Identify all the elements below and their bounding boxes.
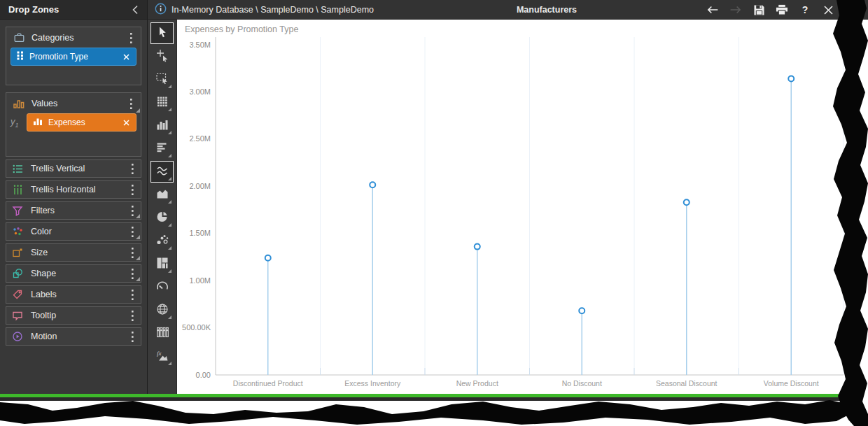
zone-menu-icon[interactable]: [130, 246, 136, 260]
expenses-pill[interactable]: Expenses: [27, 113, 136, 132]
values-row: y1 Expenses: [10, 113, 137, 132]
dashboard-title: Manufacturers: [449, 0, 645, 20]
drop-zone-shape[interactable]: Shape: [6, 264, 141, 283]
help-button[interactable]: ?: [799, 3, 811, 17]
svg-text:Volume Discount: Volume Discount: [764, 379, 819, 388]
back-button[interactable]: [706, 3, 719, 17]
drop-zone-tooltip[interactable]: Tooltip: [6, 306, 141, 325]
app-window: Drop Zones Categories Promotion Type Val…: [0, 0, 868, 426]
categories-menu-icon[interactable]: [128, 31, 134, 45]
svg-text:Seasonal Discount: Seasonal Discount: [656, 379, 718, 388]
categories-zone-header: Categories: [10, 29, 137, 46]
trellis-horizontal-icon: [11, 184, 24, 196]
promotion-type-pill[interactable]: Promotion Type: [10, 48, 136, 66]
svg-text:500.00K: 500.00K: [182, 323, 211, 332]
marquee-select-icon: [155, 71, 169, 88]
shape-icon: [11, 268, 24, 279]
pie-chart-tool[interactable]: [150, 207, 174, 229]
breadcrumb: In-Memory Database \ SampleDemo \ Sample…: [155, 0, 374, 20]
function-tool[interactable]: fx: [150, 346, 174, 367]
info-icon[interactable]: [155, 3, 167, 17]
svg-text:No Discount: No Discount: [562, 379, 602, 388]
trellis-vertical-icon: [11, 164, 24, 174]
zone-menu-icon[interactable]: [130, 267, 136, 281]
pointer-tool[interactable]: [150, 22, 174, 44]
drop-zone-motion[interactable]: Motion: [6, 327, 141, 346]
map-tool[interactable]: [150, 299, 174, 321]
categories-zone[interactable]: Categories Promotion Type: [6, 27, 141, 85]
chart-type-toolbar: fx: [148, 20, 177, 394]
zone-label: Filters: [31, 206, 55, 215]
scatter-chart-icon: [155, 233, 169, 250]
area-chart-tool[interactable]: [150, 184, 174, 206]
values-zone-label: Values: [31, 99, 57, 108]
zone-menu-icon[interactable]: [130, 204, 136, 218]
zone-label: Motion: [31, 332, 57, 341]
bar-chart-h-icon: [155, 141, 169, 157]
column-chart-tool[interactable]: [150, 115, 174, 136]
values-expand-mark: [136, 108, 140, 113]
bar-chart-tool[interactable]: [150, 138, 174, 159]
breadcrumb-text: In-Memory Database \ SampleDemo \ Sample…: [172, 5, 374, 15]
y-axis-label: y1: [10, 116, 22, 129]
add-pointer-icon: [155, 48, 169, 65]
zone-label: Tooltip: [31, 311, 56, 320]
treemap-icon: [155, 256, 169, 273]
column-chart-icon: [155, 118, 169, 134]
drop-zone-labels[interactable]: Labels: [6, 285, 141, 304]
zone-menu-icon[interactable]: [130, 183, 136, 197]
gauge-icon: [155, 279, 169, 296]
zone-label: Size: [31, 248, 48, 257]
svg-text:New Product: New Product: [456, 379, 498, 388]
svg-text:3.00M: 3.00M: [189, 87, 211, 96]
area-chart-icon: [155, 187, 169, 204]
drop-zone-size[interactable]: Size: [6, 243, 141, 262]
svg-text:2.00M: 2.00M: [189, 182, 211, 190]
pie-chart-icon: [155, 210, 169, 227]
grid-view-tool[interactable]: [150, 92, 174, 113]
add-pointer-tool[interactable]: [150, 45, 174, 67]
gauge-tool[interactable]: [150, 276, 174, 298]
svg-text:fx: fx: [157, 349, 162, 356]
zone-label: Labels: [31, 290, 57, 299]
spline-chart-icon: [155, 164, 169, 180]
scatter-chart-tool[interactable]: [150, 230, 174, 252]
zone-menu-icon[interactable]: [130, 329, 136, 344]
zone-menu-icon[interactable]: [130, 308, 136, 323]
color-dots-icon: [11, 227, 24, 237]
marquee-select-tool[interactable]: [150, 69, 174, 90]
zone-menu-icon[interactable]: [130, 162, 136, 176]
categories-zone-label: Categories: [31, 33, 74, 43]
drop-zone-color[interactable]: Color: [6, 222, 141, 241]
topbar: In-Memory Database \ SampleDemo \ Sample…: [148, 0, 868, 20]
remove-expenses-icon[interactable]: [122, 119, 130, 127]
values-bars-icon: [13, 98, 25, 109]
print-button[interactable]: [776, 3, 788, 17]
svg-text:3.50M: 3.50M: [189, 41, 211, 49]
zone-menu-icon[interactable]: [130, 225, 136, 239]
drop-zone-trellis-horizontal[interactable]: Trellis Horizontal: [6, 180, 141, 199]
values-zone[interactable]: Values y1 Expenses: [6, 92, 141, 157]
expenses-chart[interactable]: 0.00500.00K1.00M1.50M2.00M2.50M3.00M3.50…: [178, 20, 847, 394]
treemap-tool[interactable]: [150, 253, 174, 275]
small-multiples-tool[interactable]: [150, 322, 174, 344]
line-chart-tool[interactable]: [150, 161, 174, 183]
svg-text:1.50M: 1.50M: [189, 229, 211, 237]
zone-menu-icon[interactable]: [130, 287, 136, 302]
zone-label: Trellis Horizontal: [31, 185, 96, 194]
close-button[interactable]: [822, 3, 834, 17]
zone-label: Color: [31, 227, 52, 236]
save-button[interactable]: [752, 3, 765, 17]
remove-promotion-type-icon[interactable]: [122, 53, 130, 61]
chart-panel: Expenses by Promotion Type 0.00500.00K1.…: [178, 20, 847, 394]
values-menu-icon[interactable]: [128, 97, 134, 111]
values-zone-header: Values: [10, 95, 137, 112]
expenses-pill-label: Expenses: [48, 118, 85, 127]
collapse-panel-icon[interactable]: [132, 5, 139, 15]
globe-icon: [155, 302, 169, 319]
drop-zones-title: Drop Zones: [8, 4, 59, 15]
drop-zone-filters[interactable]: Filters: [6, 201, 141, 220]
small-multiples-icon: [155, 325, 169, 342]
drop-zone-trellis-vertical[interactable]: Trellis Vertical: [6, 159, 141, 178]
chart-title: Expenses by Promotion Type: [185, 24, 298, 34]
